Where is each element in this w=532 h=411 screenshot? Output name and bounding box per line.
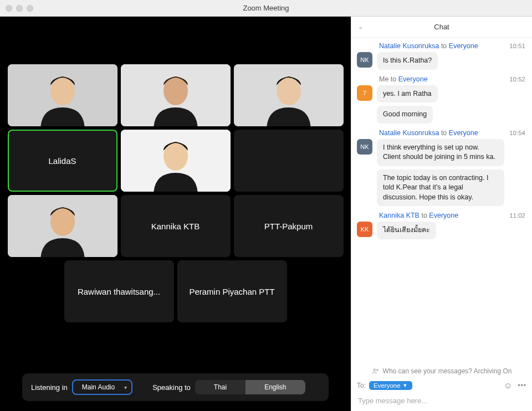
chat-title: Chat — [434, 23, 449, 31]
chat-message-meta: Kannika KTB to Everyone11:02 — [357, 212, 525, 219]
listening-in-dropdown[interactable]: Main Audio ▾ — [72, 379, 132, 395]
participant-name-label: PTT-Pakpum — [264, 222, 313, 231]
chat-header: ⌄ Chat — [351, 17, 532, 38]
listening-in-label: Listening in — [31, 383, 68, 392]
speaking-to-thai[interactable]: Thai — [195, 380, 245, 394]
chat-message-row: KKได้ยินเสียงมั้ยคะ — [357, 222, 525, 239]
chat-message-row: NKI think everything is set up now. Clie… — [357, 139, 525, 166]
chat-message-bubble[interactable]: Good morning — [377, 106, 433, 124]
participant-name-label: Kannika KTB — [151, 222, 200, 231]
chat-timestamp: 11:02 — [509, 212, 525, 219]
chat-message-group: Kannika KTB to Everyone11:02KKได้ยินเสีย… — [357, 212, 525, 239]
chat-to-selector[interactable]: Everyone ▼ — [369, 381, 412, 390]
chevron-down-icon: ▾ — [124, 384, 127, 391]
participant-tile[interactable] — [8, 64, 117, 126]
person-video-placeholder — [234, 64, 344, 126]
chat-message-bubble[interactable]: Is this K.Ratha? — [377, 52, 438, 70]
chat-to-label: To: — [357, 382, 366, 389]
chat-message-meta: Natalie Kusonruksa to Everyone10:54 — [357, 129, 525, 137]
svg-point-11 — [376, 369, 378, 371]
chat-message-bubble[interactable]: The topic today is on contracting. I tol… — [377, 169, 504, 207]
chat-sender: Natalie Kusonruksa to Everyone — [379, 42, 478, 50]
participant-name-label: Peramin Piyachan PTT — [189, 287, 274, 296]
participant-tile[interactable] — [121, 130, 231, 192]
chat-message-bubble[interactable]: yes. I am Ratha — [377, 85, 438, 103]
chat-message-meta: Natalie Kusonruksa to Everyone10:51 — [357, 42, 525, 50]
participant-tile[interactable]: PTT-Pakpum — [234, 195, 344, 257]
maximize-window-button[interactable] — [27, 5, 33, 12]
chat-to-row: To: Everyone ▼ ☺ ••• — [351, 378, 532, 392]
avatar: NK — [357, 52, 372, 68]
chat-message-bubble[interactable]: ได้ยินเสียงมั้ยคะ — [377, 222, 436, 239]
speaking-to-label: Speaking to — [152, 383, 191, 392]
chevron-down-icon: ▼ — [403, 383, 408, 388]
participant-tile[interactable]: Peramin Piyachan PTT — [177, 260, 287, 322]
emoji-icon[interactable]: ☺ — [504, 381, 512, 390]
participant-name-label: LalidaS — [48, 156, 76, 166]
window-title: Zoom Meeting — [243, 4, 289, 12]
chat-input-area — [351, 392, 532, 411]
participant-tile[interactable]: LalidaS — [8, 130, 117, 192]
participant-tile[interactable] — [234, 64, 344, 126]
chat-privacy-info[interactable]: Who can see your messages? Archiving On — [351, 364, 532, 378]
participant-tile[interactable]: Rawiwan thawitsang... — [64, 260, 174, 322]
person-video-placeholder — [8, 64, 117, 126]
chat-sender: Natalie Kusonruksa to Everyone — [379, 129, 478, 137]
more-options-icon[interactable]: ••• — [518, 382, 526, 389]
person-video-placeholder — [8, 195, 117, 257]
avatar: 7 — [357, 85, 372, 101]
people-icon — [372, 367, 380, 375]
chat-sender: Me to Everyone — [379, 75, 428, 83]
chat-message-row: Good morning — [357, 106, 525, 124]
listening-in-value: Main Audio — [82, 383, 115, 391]
speaking-to-segmented: Thai English — [195, 380, 305, 394]
chat-message-input[interactable] — [358, 397, 525, 405]
participant-name-label: Rawiwan thawitsang... — [78, 287, 160, 296]
person-video-placeholder — [121, 64, 231, 126]
chat-message-row: The topic today is on contracting. I tol… — [357, 169, 525, 207]
video-grid: LalidaSKannika KTBPTT-PakpumRawiwan thaw… — [0, 17, 351, 373]
person-video-placeholder — [121, 130, 231, 192]
chat-message-group: Natalie Kusonruksa to Everyone10:51NKIs … — [357, 42, 525, 70]
traffic-lights — [6, 5, 33, 12]
chat-collapse-icon[interactable]: ⌄ — [358, 23, 363, 30]
chat-message-row: NKIs this K.Ratha? — [357, 52, 525, 70]
speaking-to-english[interactable]: English — [245, 380, 305, 394]
close-window-button[interactable] — [6, 5, 12, 12]
participant-tile[interactable] — [121, 64, 231, 126]
chat-timestamp: 10:51 — [509, 43, 525, 49]
chat-message-group: Natalie Kusonruksa to Everyone10:54NKI t… — [357, 129, 525, 207]
svg-point-10 — [374, 369, 376, 371]
minimize-window-button[interactable] — [16, 5, 23, 12]
chat-message-bubble[interactable]: I think everything is set up now. Client… — [377, 139, 504, 166]
language-control-bar: Listening in Main Audio ▾ Speaking to Th… — [22, 373, 329, 401]
participant-tile[interactable] — [8, 195, 117, 257]
chat-timestamp: 10:52 — [509, 76, 525, 83]
avatar: KK — [357, 222, 372, 237]
chat-message-list[interactable]: Natalie Kusonruksa to Everyone10:51NKIs … — [351, 38, 532, 364]
participant-tile[interactable]: Kannika KTB — [121, 195, 231, 257]
video-area: LalidaSKannika KTBPTT-PakpumRawiwan thaw… — [0, 17, 351, 411]
participant-tile[interactable] — [234, 130, 344, 192]
chat-message-meta: Me to Everyone10:52 — [357, 75, 525, 83]
window-title-bar: Zoom Meeting — [0, 0, 532, 17]
chat-message-row: 7yes. I am Ratha — [357, 85, 525, 103]
chat-timestamp: 10:54 — [509, 130, 525, 136]
chat-panel: ⌄ Chat Natalie Kusonruksa to Everyone10:… — [351, 17, 532, 411]
chat-sender: Kannika KTB to Everyone — [379, 212, 458, 219]
avatar: NK — [357, 139, 372, 155]
chat-message-group: Me to Everyone10:527yes. I am RathaGood … — [357, 75, 525, 124]
